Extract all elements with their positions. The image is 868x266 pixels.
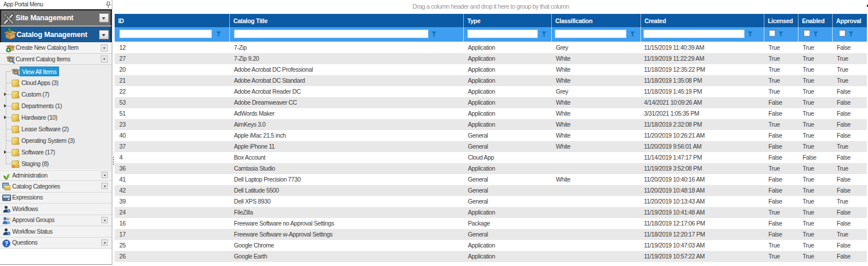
svg-text:?: ?: [5, 239, 8, 246]
svg-text:P: P: [8, 217, 10, 220]
